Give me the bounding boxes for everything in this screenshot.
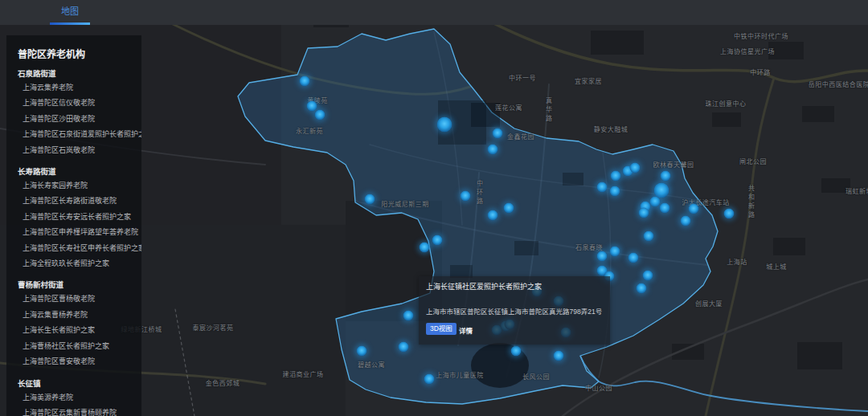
map-label: 宜家家居 [575, 76, 602, 85]
map-marker[interactable] [597, 251, 608, 262]
map-label: 中山公园 [585, 383, 612, 392]
sidebar-item[interactable]: 上海普陀区长寿安远长者照护之家 [23, 210, 135, 225]
map-marker[interactable] [432, 235, 443, 246]
map-marker[interactable] [660, 203, 670, 214]
sidebar-item[interactable]: 上海普陀区长寿社区申养长者照护之家 [23, 241, 135, 256]
map-marker[interactable] [610, 247, 620, 257]
map-marker[interactable] [461, 191, 471, 202]
sidebar-item[interactable]: 上海普陀区曹杨敬老院 [23, 292, 135, 307]
map-label: 真华路 [544, 97, 553, 124]
sidebar-item[interactable]: 上海美源养老院 [23, 390, 135, 406]
map-marker[interactable] [661, 171, 671, 181]
map-label: 金鑫花园 [507, 132, 534, 141]
map-marker[interactable] [689, 204, 699, 214]
sidebar-item[interactable]: 上海云集养老院 [23, 80, 135, 96]
map-label: 石泉春晓 [575, 243, 603, 251]
map-label: 永汇新苑 [296, 126, 323, 135]
map-marker[interactable] [650, 197, 661, 207]
map-marker[interactable] [611, 171, 621, 181]
sidebar-item[interactable]: 上海全程玖玖长者照护之家 [23, 256, 135, 271]
sidebar-item[interactable]: 上海普陀区申养槿坪路望年荟养老院 [23, 225, 135, 240]
map-label: 瑞虹新城 [845, 186, 868, 195]
map-label: 创展大厦 [695, 299, 723, 308]
sidebar-item[interactable]: 上海普陀区石泉街道爱照护长者照护之家 [23, 127, 135, 142]
map-marker[interactable] [554, 351, 564, 361]
institution-list-panel: 普陀区养老机构 石泉路街道上海云集养老院上海普陀区信仪敬老院上海普陀区沙田敬老院… [6, 35, 141, 416]
popup-address: 上海市市辖区普陀区长征镇上海市普陀区真光路798弄21号 [426, 306, 602, 316]
map-marker[interactable] [630, 163, 641, 173]
popup-title: 上海长征镇社区爱照护长者照护之家 [426, 281, 542, 292]
map-label: 中环路 [750, 67, 771, 76]
map-marker[interactable] [399, 342, 409, 353]
map-marker[interactable] [511, 346, 522, 357]
top-nav-bar: 地图 [0, 0, 868, 25]
map-label: 珠江创意中心 [706, 99, 747, 108]
sidebar-item[interactable]: 上海普陀区信仪敬老院 [23, 96, 135, 111]
map-label: 欧林春天馨园 [653, 160, 694, 169]
map-label: 中铁中环时代广场 [734, 31, 788, 40]
map-marker[interactable] [610, 186, 620, 197]
map-marker[interactable] [597, 182, 608, 193]
sidebar-groups: 石泉路街道上海云集养老院上海普陀区信仪敬老院上海普陀区沙田敬老院上海普陀区石泉街… [18, 67, 135, 416]
map-label: 长风公园 [522, 372, 550, 381]
map-marker[interactable] [488, 145, 498, 155]
map-label: 建滔商业广场 [283, 369, 324, 378]
sidebar-group-header: 长征镇 [18, 377, 135, 389]
map-marker[interactable] [643, 271, 653, 281]
map-marker[interactable] [488, 210, 498, 221]
map-marker[interactable] [424, 374, 435, 385]
map-marker[interactable] [724, 209, 735, 219]
map-label: 中环一号 [509, 73, 536, 82]
map-marker[interactable] [493, 128, 503, 139]
map-label: 闸北公园 [739, 157, 767, 165]
sidebar-item[interactable]: 上海云集曹杨养老院 [23, 308, 135, 323]
map-label: 岳阳中西医结合医院 [809, 80, 868, 88]
sidebar-item[interactable]: 上海长寿家园养老院 [23, 178, 135, 194]
map-label: 静安大融城 [594, 124, 628, 133]
map-marker[interactable] [307, 101, 317, 112]
map-marker[interactable] [357, 346, 367, 357]
sidebar-item[interactable]: 上海曹杨社区长者照护之家 [23, 339, 135, 354]
map-label: 上海协信星光广场 [720, 47, 775, 55]
map-marker[interactable] [315, 110, 326, 120]
sidebar-group-header: 曹杨新村街道 [18, 279, 135, 290]
sidebar-item[interactable]: 上海长生长者照护之家 [23, 323, 135, 338]
map-marker[interactable] [628, 253, 639, 263]
detail-link[interactable]: 详情 [459, 325, 473, 335]
sidebar-item[interactable]: 上海普陀区石岚敬老院 [23, 143, 135, 158]
map-marker[interactable] [504, 203, 514, 214]
map-label: 莲花公寓 [495, 103, 522, 112]
map-label: 泰宸沙河茗苑 [193, 323, 234, 332]
view-3d-button[interactable]: 3D视图 [426, 323, 457, 335]
sidebar-group-header: 石泉路街道 [18, 67, 135, 79]
map-marker[interactable] [639, 208, 649, 218]
map-marker[interactable] [681, 216, 691, 226]
map-marker[interactable] [403, 311, 414, 321]
poi-popup: 上海长征镇社区爱照护长者照护之家 上海市市辖区普陀区长征镇上海市普陀区真光路79… [419, 276, 610, 345]
map-marker[interactable] [637, 283, 647, 294]
sidebar-item[interactable]: 上海普陀区曹安敬老院 [23, 354, 135, 369]
map-marker[interactable] [365, 194, 375, 205]
map-marker[interactable] [300, 76, 310, 87]
tab-map[interactable]: 地图 [50, 0, 90, 23]
map-marker[interactable] [437, 117, 452, 133]
map-label: 上海站 [727, 257, 747, 266]
map-label: 阳光威尼斯三期 [381, 199, 429, 208]
map-label: 中环路 [475, 180, 484, 206]
sidebar-item[interactable]: 上海普陀区长寿路街道敬老院 [23, 194, 135, 209]
map-label: 金色西郊城 [206, 378, 240, 387]
map-label: 共和新路 [747, 185, 755, 220]
map-label: 城上城 [766, 262, 787, 271]
map-marker[interactable] [420, 243, 430, 253]
map-label: 碧越公寓 [358, 360, 385, 369]
map-marker[interactable] [644, 231, 654, 242]
sidebar-group-header: 长寿路街道 [18, 165, 135, 177]
sidebar-item[interactable]: 上海普陀区云集新曹杨颐养院 [23, 406, 135, 416]
map-label: 上海市儿童医院 [436, 370, 484, 379]
sidebar-item[interactable]: 上海普陀区沙田敬老院 [23, 112, 135, 127]
tab-active-underline [50, 22, 90, 25]
panel-title: 普陀区养老机构 [18, 47, 135, 60]
